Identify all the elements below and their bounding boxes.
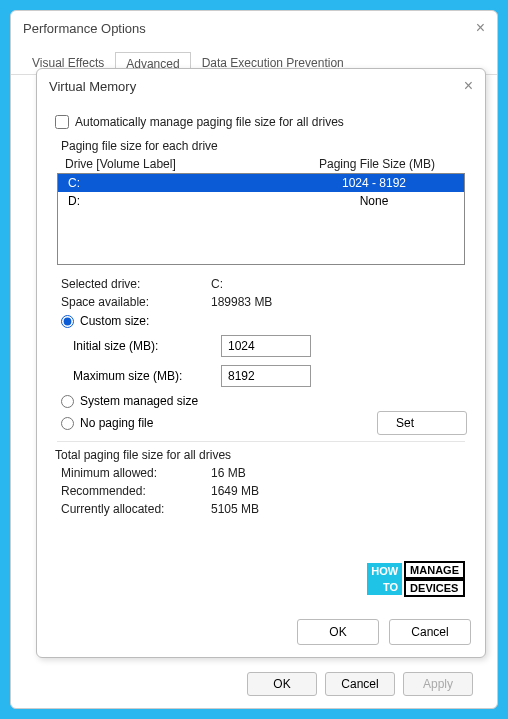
system-managed-radio-row: System managed size — [55, 391, 467, 411]
drive-list-header: Drive [Volume Label] Paging File Size (M… — [55, 155, 467, 173]
child-button-row: OK Cancel — [297, 619, 471, 645]
min-label: Minimum allowed: — [61, 466, 211, 480]
total-title: Total paging file size for all drives — [55, 448, 467, 462]
drive-group-title: Paging file size for each drive — [55, 139, 467, 153]
custom-size-label: Custom size: — [80, 314, 149, 328]
drive-group: Paging file size for each drive Drive [V… — [55, 139, 467, 265]
selected-drive-value: C: — [211, 277, 461, 291]
custom-size-radio-row: Custom size: — [55, 311, 467, 331]
child-body: Automatically manage paging file size fo… — [37, 103, 485, 528]
header-size: Paging File Size (MB) — [297, 157, 457, 171]
divider — [57, 441, 465, 442]
drive-name: D: — [68, 194, 294, 208]
cur-value: 5105 MB — [211, 502, 461, 516]
no-paging-radio[interactable] — [61, 417, 74, 430]
drive-row[interactable]: D: None — [58, 192, 464, 210]
cancel-button[interactable]: Cancel — [325, 672, 395, 696]
virtual-memory-dialog: Virtual Memory × Automatically manage pa… — [36, 68, 486, 658]
custom-size-radio[interactable] — [61, 315, 74, 328]
cur-row: Currently allocated: 5105 MB — [55, 500, 467, 518]
drive-size: 1024 - 8192 — [294, 176, 454, 190]
close-icon[interactable]: × — [464, 77, 473, 95]
initial-size-input[interactable] — [221, 335, 311, 357]
no-paging-radio-row: No paging file — [55, 413, 377, 433]
watermark-manage: MANAGE — [404, 561, 465, 579]
space-label: Space available: — [61, 295, 211, 309]
max-size-row: Maximum size (MB): — [55, 361, 467, 391]
drive-list[interactable]: C: 1024 - 8192 D: None — [57, 173, 465, 265]
drive-row[interactable]: C: 1024 - 8192 — [58, 174, 464, 192]
auto-manage-checkbox[interactable] — [55, 115, 69, 129]
no-paging-label: No paging file — [80, 416, 153, 430]
selected-drive-row: Selected drive: C: — [55, 275, 467, 293]
apply-button[interactable]: Apply — [403, 672, 473, 696]
rec-value: 1649 MB — [211, 484, 461, 498]
initial-size-row: Initial size (MB): — [55, 331, 467, 361]
space-row: Space available: 189983 MB — [55, 293, 467, 311]
selected-drive-label: Selected drive: — [61, 277, 211, 291]
header-drive: Drive [Volume Label] — [65, 157, 297, 171]
ok-button[interactable]: OK — [247, 672, 317, 696]
close-icon[interactable]: × — [476, 19, 485, 37]
drive-size: None — [294, 194, 454, 208]
auto-manage-row: Automatically manage paging file size fo… — [55, 115, 467, 129]
parent-title: Performance Options — [23, 21, 146, 36]
system-managed-radio[interactable] — [61, 395, 74, 408]
watermark-devices: DEVICES — [404, 579, 465, 597]
initial-size-label: Initial size (MB): — [73, 339, 213, 353]
child-titlebar: Virtual Memory × — [37, 69, 485, 103]
parent-button-row: OK Cancel Apply — [247, 672, 473, 696]
set-button[interactable]: Set — [377, 411, 467, 435]
watermark-to: TO — [367, 579, 402, 595]
system-managed-label: System managed size — [80, 394, 198, 408]
ok-button[interactable]: OK — [297, 619, 379, 645]
child-title: Virtual Memory — [49, 79, 136, 94]
max-size-input[interactable] — [221, 365, 311, 387]
min-value: 16 MB — [211, 466, 461, 480]
watermark-how: HOW — [367, 563, 402, 579]
cur-label: Currently allocated: — [61, 502, 211, 516]
drive-name: C: — [68, 176, 294, 190]
rec-row: Recommended: 1649 MB — [55, 482, 467, 500]
space-value: 189983 MB — [211, 295, 461, 309]
cancel-button[interactable]: Cancel — [389, 619, 471, 645]
max-size-label: Maximum size (MB): — [73, 369, 213, 383]
auto-manage-label: Automatically manage paging file size fo… — [75, 115, 344, 129]
min-row: Minimum allowed: 16 MB — [55, 464, 467, 482]
watermark: HOW TO MANAGE DEVICES — [367, 561, 465, 597]
rec-label: Recommended: — [61, 484, 211, 498]
parent-titlebar: Performance Options × — [11, 11, 497, 45]
